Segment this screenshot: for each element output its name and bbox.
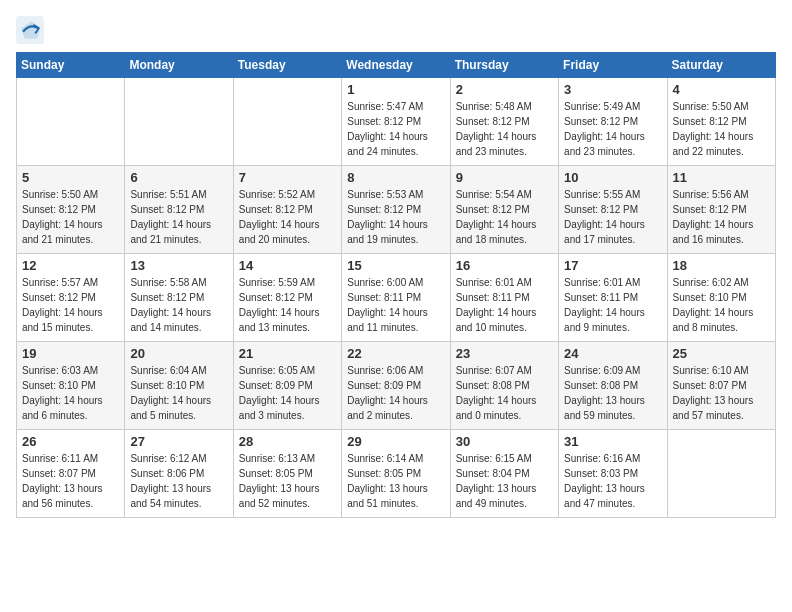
day-number: 27: [130, 434, 227, 449]
day-info: Sunrise: 5:47 AM Sunset: 8:12 PM Dayligh…: [347, 99, 444, 159]
day-number: 16: [456, 258, 553, 273]
weekday-header-saturday: Saturday: [667, 53, 775, 78]
weekday-header-friday: Friday: [559, 53, 667, 78]
day-info: Sunrise: 6:01 AM Sunset: 8:11 PM Dayligh…: [456, 275, 553, 335]
day-info: Sunrise: 6:12 AM Sunset: 8:06 PM Dayligh…: [130, 451, 227, 511]
week-row-5: 26Sunrise: 6:11 AM Sunset: 8:07 PM Dayli…: [17, 430, 776, 518]
day-info: Sunrise: 5:49 AM Sunset: 8:12 PM Dayligh…: [564, 99, 661, 159]
calendar-cell: 12Sunrise: 5:57 AM Sunset: 8:12 PM Dayli…: [17, 254, 125, 342]
calendar-cell: 24Sunrise: 6:09 AM Sunset: 8:08 PM Dayli…: [559, 342, 667, 430]
day-number: 28: [239, 434, 336, 449]
day-number: 19: [22, 346, 119, 361]
day-number: 9: [456, 170, 553, 185]
calendar-cell: 5Sunrise: 5:50 AM Sunset: 8:12 PM Daylig…: [17, 166, 125, 254]
day-info: Sunrise: 5:53 AM Sunset: 8:12 PM Dayligh…: [347, 187, 444, 247]
day-number: 2: [456, 82, 553, 97]
day-number: 18: [673, 258, 770, 273]
day-number: 20: [130, 346, 227, 361]
day-number: 8: [347, 170, 444, 185]
calendar-cell: 11Sunrise: 5:56 AM Sunset: 8:12 PM Dayli…: [667, 166, 775, 254]
day-number: 6: [130, 170, 227, 185]
calendar-cell: 27Sunrise: 6:12 AM Sunset: 8:06 PM Dayli…: [125, 430, 233, 518]
calendar-cell: 16Sunrise: 6:01 AM Sunset: 8:11 PM Dayli…: [450, 254, 558, 342]
day-number: 30: [456, 434, 553, 449]
calendar-cell: 8Sunrise: 5:53 AM Sunset: 8:12 PM Daylig…: [342, 166, 450, 254]
day-number: 10: [564, 170, 661, 185]
page-header: [16, 16, 776, 44]
calendar-cell: 30Sunrise: 6:15 AM Sunset: 8:04 PM Dayli…: [450, 430, 558, 518]
calendar-cell: 1Sunrise: 5:47 AM Sunset: 8:12 PM Daylig…: [342, 78, 450, 166]
day-info: Sunrise: 5:54 AM Sunset: 8:12 PM Dayligh…: [456, 187, 553, 247]
day-number: 15: [347, 258, 444, 273]
day-info: Sunrise: 5:50 AM Sunset: 8:12 PM Dayligh…: [673, 99, 770, 159]
weekday-header-wednesday: Wednesday: [342, 53, 450, 78]
calendar-cell: 14Sunrise: 5:59 AM Sunset: 8:12 PM Dayli…: [233, 254, 341, 342]
day-number: 1: [347, 82, 444, 97]
logo: [16, 16, 48, 44]
calendar-cell: 2Sunrise: 5:48 AM Sunset: 8:12 PM Daylig…: [450, 78, 558, 166]
weekday-header-monday: Monday: [125, 53, 233, 78]
day-number: 12: [22, 258, 119, 273]
day-number: 7: [239, 170, 336, 185]
calendar-cell: 9Sunrise: 5:54 AM Sunset: 8:12 PM Daylig…: [450, 166, 558, 254]
calendar-cell: 18Sunrise: 6:02 AM Sunset: 8:10 PM Dayli…: [667, 254, 775, 342]
weekday-header-tuesday: Tuesday: [233, 53, 341, 78]
logo-icon: [16, 16, 44, 44]
day-info: Sunrise: 5:52 AM Sunset: 8:12 PM Dayligh…: [239, 187, 336, 247]
calendar-cell: [125, 78, 233, 166]
day-info: Sunrise: 5:57 AM Sunset: 8:12 PM Dayligh…: [22, 275, 119, 335]
calendar-cell: [233, 78, 341, 166]
day-info: Sunrise: 5:56 AM Sunset: 8:12 PM Dayligh…: [673, 187, 770, 247]
week-row-3: 12Sunrise: 5:57 AM Sunset: 8:12 PM Dayli…: [17, 254, 776, 342]
calendar-cell: 4Sunrise: 5:50 AM Sunset: 8:12 PM Daylig…: [667, 78, 775, 166]
calendar-cell: 10Sunrise: 5:55 AM Sunset: 8:12 PM Dayli…: [559, 166, 667, 254]
calendar-cell: 17Sunrise: 6:01 AM Sunset: 8:11 PM Dayli…: [559, 254, 667, 342]
week-row-1: 1Sunrise: 5:47 AM Sunset: 8:12 PM Daylig…: [17, 78, 776, 166]
day-info: Sunrise: 6:16 AM Sunset: 8:03 PM Dayligh…: [564, 451, 661, 511]
day-number: 22: [347, 346, 444, 361]
day-info: Sunrise: 6:03 AM Sunset: 8:10 PM Dayligh…: [22, 363, 119, 423]
calendar-cell: 28Sunrise: 6:13 AM Sunset: 8:05 PM Dayli…: [233, 430, 341, 518]
day-info: Sunrise: 6:06 AM Sunset: 8:09 PM Dayligh…: [347, 363, 444, 423]
day-info: Sunrise: 6:05 AM Sunset: 8:09 PM Dayligh…: [239, 363, 336, 423]
day-number: 31: [564, 434, 661, 449]
day-info: Sunrise: 6:00 AM Sunset: 8:11 PM Dayligh…: [347, 275, 444, 335]
calendar-cell: 19Sunrise: 6:03 AM Sunset: 8:10 PM Dayli…: [17, 342, 125, 430]
day-number: 25: [673, 346, 770, 361]
weekday-header-thursday: Thursday: [450, 53, 558, 78]
day-number: 17: [564, 258, 661, 273]
calendar-cell: 25Sunrise: 6:10 AM Sunset: 8:07 PM Dayli…: [667, 342, 775, 430]
day-info: Sunrise: 6:01 AM Sunset: 8:11 PM Dayligh…: [564, 275, 661, 335]
day-number: 21: [239, 346, 336, 361]
calendar-cell: [17, 78, 125, 166]
day-number: 29: [347, 434, 444, 449]
calendar-cell: 13Sunrise: 5:58 AM Sunset: 8:12 PM Dayli…: [125, 254, 233, 342]
day-number: 24: [564, 346, 661, 361]
calendar-cell: 15Sunrise: 6:00 AM Sunset: 8:11 PM Dayli…: [342, 254, 450, 342]
day-number: 11: [673, 170, 770, 185]
day-info: Sunrise: 6:13 AM Sunset: 8:05 PM Dayligh…: [239, 451, 336, 511]
calendar-cell: 3Sunrise: 5:49 AM Sunset: 8:12 PM Daylig…: [559, 78, 667, 166]
day-info: Sunrise: 6:09 AM Sunset: 8:08 PM Dayligh…: [564, 363, 661, 423]
day-info: Sunrise: 6:15 AM Sunset: 8:04 PM Dayligh…: [456, 451, 553, 511]
calendar-cell: [667, 430, 775, 518]
day-number: 3: [564, 82, 661, 97]
day-number: 26: [22, 434, 119, 449]
week-row-4: 19Sunrise: 6:03 AM Sunset: 8:10 PM Dayli…: [17, 342, 776, 430]
calendar-cell: 26Sunrise: 6:11 AM Sunset: 8:07 PM Dayli…: [17, 430, 125, 518]
day-info: Sunrise: 6:07 AM Sunset: 8:08 PM Dayligh…: [456, 363, 553, 423]
day-number: 13: [130, 258, 227, 273]
day-info: Sunrise: 5:51 AM Sunset: 8:12 PM Dayligh…: [130, 187, 227, 247]
calendar-cell: 22Sunrise: 6:06 AM Sunset: 8:09 PM Dayli…: [342, 342, 450, 430]
day-info: Sunrise: 6:11 AM Sunset: 8:07 PM Dayligh…: [22, 451, 119, 511]
day-number: 4: [673, 82, 770, 97]
calendar-cell: 31Sunrise: 6:16 AM Sunset: 8:03 PM Dayli…: [559, 430, 667, 518]
day-info: Sunrise: 5:59 AM Sunset: 8:12 PM Dayligh…: [239, 275, 336, 335]
day-info: Sunrise: 5:55 AM Sunset: 8:12 PM Dayligh…: [564, 187, 661, 247]
day-info: Sunrise: 6:10 AM Sunset: 8:07 PM Dayligh…: [673, 363, 770, 423]
calendar-cell: 7Sunrise: 5:52 AM Sunset: 8:12 PM Daylig…: [233, 166, 341, 254]
day-info: Sunrise: 5:48 AM Sunset: 8:12 PM Dayligh…: [456, 99, 553, 159]
weekday-header-row: SundayMondayTuesdayWednesdayThursdayFrid…: [17, 53, 776, 78]
day-info: Sunrise: 5:50 AM Sunset: 8:12 PM Dayligh…: [22, 187, 119, 247]
calendar-cell: 21Sunrise: 6:05 AM Sunset: 8:09 PM Dayli…: [233, 342, 341, 430]
